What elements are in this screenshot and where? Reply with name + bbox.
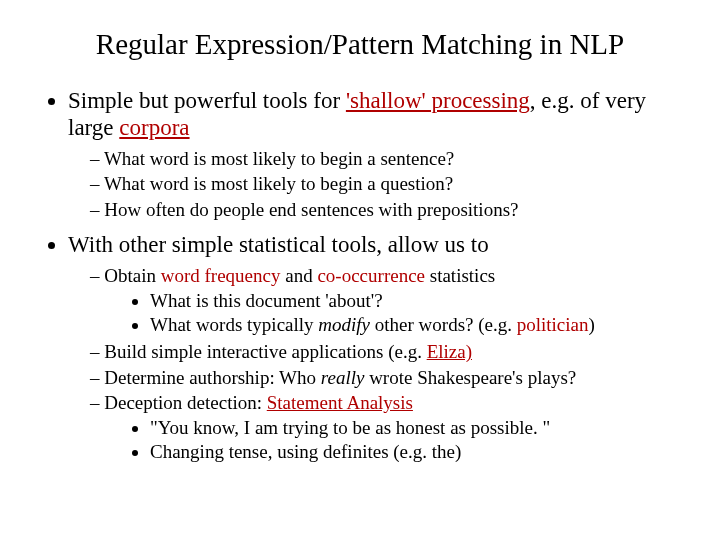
list-item: Changing tense, using definites (e.g. th… [150,440,682,463]
text: Obtain [104,265,160,286]
text: Simple but powerful tools for [68,88,346,113]
text: and [280,265,317,286]
sub-list: Obtain word frequency and co-occurrence … [68,264,682,463]
list-item: What words typically modify other words?… [150,313,682,336]
text: How often do people end sentences with p… [104,199,518,220]
text: Changing tense, using definites (e.g. th… [150,441,461,462]
text: statistics [425,265,495,286]
text: ) [589,314,595,335]
list-item: What word is most likely to begin a sent… [90,147,682,170]
list-item: Determine authorship: Who really wrote S… [90,366,682,389]
list-item: "You know, I am trying to be as honest a… [150,416,682,439]
politician: politician [517,314,589,335]
bullet-list: Simple but powerful tools for 'shallow' … [38,87,682,463]
really-italic: really [321,367,365,388]
bullet-2: With other simple statistical tools, all… [68,231,682,464]
list-item: What word is most likely to begin a ques… [90,172,682,195]
text: Deception detection: [104,392,267,413]
co-occurrence: co-occurrence [317,265,425,286]
list-item: Build simple interactive applications (e… [90,340,682,363]
list-item: Obtain word frequency and co-occurrence … [90,264,682,337]
text: What word is most likely to begin a ques… [104,173,453,194]
text: Determine authorship: Who [104,367,321,388]
corpora-link[interactable]: corpora [119,115,189,140]
list-item: How often do people end sentences with p… [90,198,682,221]
text: With other simple statistical tools, all… [68,232,489,257]
list-item: What is this document 'about'? [150,289,682,312]
text: What is this document 'about'? [150,290,383,311]
sub-list: What is this document 'about'? What word… [104,289,682,336]
slide: Regular Expression/Pattern Matching in N… [0,0,720,540]
word-frequency: word frequency [161,265,281,286]
eliza-link[interactable]: Eliza) [427,341,472,362]
text: other words? (e.g. [370,314,517,335]
bullet-1: Simple but powerful tools for 'shallow' … [68,87,682,221]
text: wrote Shakespeare's plays? [364,367,576,388]
text: Build simple interactive applications (e… [104,341,426,362]
text: "You know, I am trying to be as honest a… [150,417,550,438]
text: What words typically [150,314,318,335]
statement-analysis-link[interactable]: Statement Analysis [267,392,413,413]
sub-list: What word is most likely to begin a sent… [68,147,682,221]
shallow-link[interactable]: 'shallow' processing [346,88,530,113]
modify-italic: modify [318,314,370,335]
sub-list: "You know, I am trying to be as honest a… [104,416,682,463]
text: What word is most likely to begin a sent… [104,148,454,169]
list-item: Deception detection: Statement Analysis … [90,391,682,464]
slide-title: Regular Expression/Pattern Matching in N… [38,28,682,61]
